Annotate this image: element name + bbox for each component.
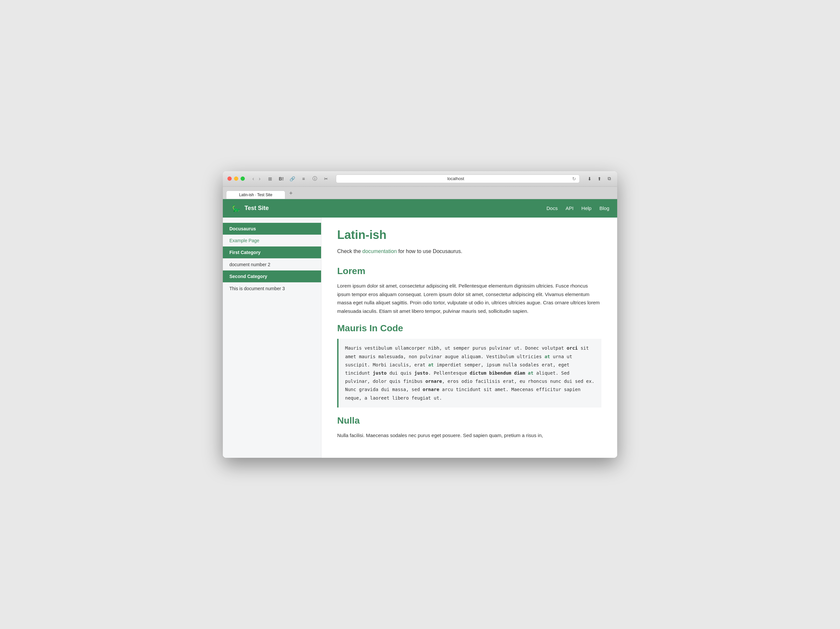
reload-button[interactable]: ↻ xyxy=(572,176,576,182)
sidebar-item-example-page[interactable]: Example Page xyxy=(223,235,321,247)
sidebar-doc-3[interactable]: This is document number 3 xyxy=(223,282,321,294)
address-bar[interactable]: localhost ↻ xyxy=(336,174,580,183)
browser-tab-bar: Latin-ish · Test Site + xyxy=(223,186,617,199)
sidebar-category-first[interactable]: First Category xyxy=(223,247,321,258)
bold-ornare-2: ornare xyxy=(423,387,439,392)
site-nav-links: Docs API Help Blog xyxy=(546,205,609,211)
sidebar-item-docusaurus[interactable]: Docusaurus xyxy=(223,223,321,235)
site-sidebar: Docusaurus Example Page First Category d… xyxy=(223,218,321,458)
bold-orci: orci xyxy=(567,345,578,351)
close-button[interactable] xyxy=(227,177,232,181)
browser-titlebar: ‹ › ⊞ B! 🔗 ≡ ⓘ ✂ localhost ↻ ⬇ ⬆ ⧉ xyxy=(223,171,617,186)
bold-justo-1: justo xyxy=(373,370,387,376)
tools-icon[interactable]: ✂ xyxy=(323,175,329,182)
browser-window: ‹ › ⊞ B! 🔗 ≡ ⓘ ✂ localhost ↻ ⬇ ⬆ ⧉ Latin… xyxy=(223,171,617,458)
sidebar-doc-2[interactable]: document number 2 xyxy=(223,258,321,270)
section-body-nulla: Nulla facilisi. Maecenas sodales nec pur… xyxy=(337,431,602,440)
intro-link[interactable]: documentation xyxy=(362,248,397,254)
section-heading-mauris: Mauris In Code xyxy=(337,323,602,333)
maximize-button[interactable] xyxy=(240,177,245,181)
bold-dictum: dictum bibendum diam xyxy=(470,370,525,376)
section-blockquote-mauris: Mauris vestibulum ullamcorper nibh, ut s… xyxy=(337,339,602,407)
kw-at-2: at xyxy=(428,362,434,367)
kw-at-1: at xyxy=(545,354,550,359)
share-icon[interactable]: ⬆ xyxy=(596,175,603,182)
bold-ornare-1: ornare xyxy=(425,379,442,384)
site-name: Test Site xyxy=(245,205,269,212)
site-logo[interactable]: 🦕 Test Site xyxy=(231,203,269,213)
browser-toolbar-right: ⬇ ⬆ ⧉ xyxy=(586,175,613,182)
minimize-button[interactable] xyxy=(234,177,238,181)
site-content: 🦕 Test Site Docs API Help Blog Docusauru… xyxy=(223,199,617,458)
nav-blog[interactable]: Blog xyxy=(600,205,609,211)
sidebar-category-second[interactable]: Second Category xyxy=(223,270,321,282)
bookmark-icon[interactable]: B! xyxy=(278,175,284,182)
intro-suffix: for how to use Docusaurus. xyxy=(397,248,462,254)
layers-icon[interactable]: ⊞ xyxy=(267,175,273,182)
info-icon[interactable]: ⓘ xyxy=(311,175,318,182)
logo-icon: 🦕 xyxy=(231,203,241,213)
intro-text: Check the xyxy=(337,248,362,254)
address-text: localhost xyxy=(339,176,572,181)
bold-justo-2: justo xyxy=(414,370,428,376)
new-window-icon[interactable]: ⧉ xyxy=(606,175,613,182)
nav-docs[interactable]: Docs xyxy=(546,205,558,211)
section-heading-nulla: Nulla xyxy=(337,416,602,426)
active-tab[interactable]: Latin-ish · Test Site xyxy=(226,191,285,199)
site-body: Docusaurus Example Page First Category d… xyxy=(223,218,617,458)
content-intro: Check the documentation for how to use D… xyxy=(337,247,602,256)
forward-button[interactable]: › xyxy=(257,175,262,182)
section-body-lorem: Lorem ipsum dolor sit amet, consectetur … xyxy=(337,281,602,315)
section-heading-lorem: Lorem xyxy=(337,266,602,277)
download-icon[interactable]: ⬇ xyxy=(586,175,593,182)
nav-api[interactable]: API xyxy=(565,205,573,211)
kw-at-3: at xyxy=(528,370,534,376)
new-tab-button[interactable]: + xyxy=(287,189,295,198)
traffic-lights xyxy=(227,177,245,181)
site-navbar: 🦕 Test Site Docs API Help Blog xyxy=(223,199,617,218)
nav-help[interactable]: Help xyxy=(581,205,592,211)
toolbar-icons: ⊞ B! 🔗 ≡ ⓘ ✂ xyxy=(267,175,329,182)
site-main: Latin-ish Check the documentation for ho… xyxy=(321,218,617,458)
stack-icon[interactable]: ≡ xyxy=(300,175,307,182)
back-button[interactable]: ‹ xyxy=(251,175,256,182)
link-icon[interactable]: 🔗 xyxy=(289,175,296,182)
page-title: Latin-ish xyxy=(337,228,602,242)
nav-arrows: ‹ › xyxy=(251,175,262,182)
